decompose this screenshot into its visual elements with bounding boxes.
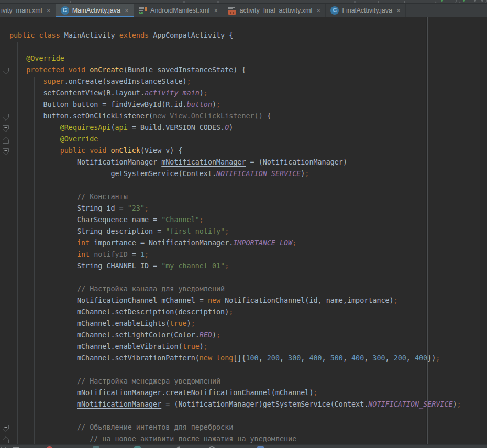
code-line: mChannel.setDescription(description); [9,307,461,318]
code-line [9,180,461,191]
code-area[interactable]: public class MainActivity extends AppCom… [9,30,461,444]
code-line: public void onClick(View v) { [9,145,461,157]
code-line: // Обьявление интентов для переброски [9,422,461,433]
code-line: @Override [9,134,461,145]
code-line: getSystemService(Context.NOTIFICATION_SE… [9,168,461,180]
close-icon[interactable]: × [47,7,51,14]
java-class-icon: C [61,6,69,15]
code-line: setContentView(R.layout.activity_main); [9,88,461,99]
close-icon[interactable]: × [396,7,401,14]
layout-xml-icon [228,6,236,15]
code-line: // Константы [9,191,461,203]
code-line: String CHANNEL_ID = "my_channel_01"; [9,260,461,272]
code-line: protected void onCreate(Bundle savedInst… [9,64,461,76]
code-line: @RequiresApi(api = Build.VERSION_CODES.O… [9,122,461,134]
toolbar-tick [378,1,379,3]
code-line: public class MainActivity extends AppCom… [9,30,461,41]
code-line [9,41,461,53]
code-line: NotificationChannel mChannel = new Notif… [9,295,461,307]
fold-collapse-icon[interactable] [3,67,9,74]
run-icon [463,0,465,2]
editor-tab-bar: ivity_main.xml × C MainActivity.java × M… [0,4,487,17]
code-line: CharSequence name = "Channel"; [9,214,461,226]
gutter-fold-line [6,41,6,444]
code-line: mChannel.setVibrationPattern(new long[]{… [9,353,461,364]
manifest-file-icon: MF [139,6,147,15]
code-line: NotificationManager mNotificationManager… [9,157,461,168]
fold-end-icon[interactable] [3,136,9,143]
code-line: // Настройка менеджера уведомлений [9,376,461,387]
toolbar-dot [481,0,483,2]
fold-collapse-icon[interactable] [3,125,9,132]
code-line: int importance = NotificationManager.IMP… [9,237,461,249]
code-line: mNotificationManager = (NotificationMana… [9,399,461,410]
toolbar-tick [354,1,356,3]
close-icon[interactable]: × [125,7,129,14]
code-editor[interactable]: public class MainActivity extends AppCom… [0,17,487,444]
code-line: String description = "first notify"; [9,226,461,237]
code-line: String id = "23"; [9,203,461,214]
editor-tab[interactable]: C FinalActtivity.java × [326,4,406,17]
fold-end-icon[interactable] [3,436,9,443]
java-class-icon: C [330,6,339,15]
code-line [9,410,461,422]
code-line: mNotificationManager.createNotificationC… [9,387,461,399]
code-line: button.setOnClickListener(new View.OnCli… [9,111,461,122]
toolbar-tick [183,1,185,3]
main-toolbar-strip [0,0,487,4]
close-icon[interactable]: × [214,7,218,14]
device-selector-button[interactable] [435,0,457,3]
toolbar-tick [404,1,405,3]
code-line [9,272,461,283]
fold-collapse-icon[interactable] [3,424,9,431]
toolbar-tick [70,1,71,3]
code-line: Button button = findViewById(R.id.button… [9,99,461,111]
code-line [9,364,461,376]
code-line: mChannel.enableVibration(true); [9,341,461,353]
close-icon[interactable]: × [316,7,320,14]
tool-window-bar: TODO ! Problems Terminal Logcat Build Pr… [0,444,487,448]
code-line: // Настройка канала для уведомлений [9,283,461,295]
code-line: mChannel.setLightColor(Color.RED); [9,330,461,341]
code-line: @Override [9,53,461,64]
run-status-dot [441,0,443,2]
code-line: // на новое активити после нажатия на ув… [9,433,461,444]
editor-tab[interactable]: C MainActivity.java × [56,4,134,17]
editor-tab[interactable]: ivity_main.xml × [0,4,56,17]
code-line: mChannel.enableLights(true); [9,318,461,330]
toolbar-dot [474,0,476,2]
code-line: super.onCreate(savedInstanceState); [9,76,461,88]
active-tab-underline [56,16,134,17]
android-studio-window: ivity_main.xml × C MainActivity.java × M… [0,0,487,448]
editor-left-border [2,17,2,444]
fold-collapse-icon[interactable] [3,148,9,155]
editor-tab[interactable]: MF AndroidManifest.xml × [134,4,223,17]
fold-collapse-icon[interactable] [3,113,9,120]
editor-tab[interactable]: activity_final_acttivity.xml × [223,4,326,17]
code-line: int notifyID = 1; [9,249,461,260]
run-controls-button[interactable] [459,0,487,3]
toolbar-tick [217,1,219,3]
